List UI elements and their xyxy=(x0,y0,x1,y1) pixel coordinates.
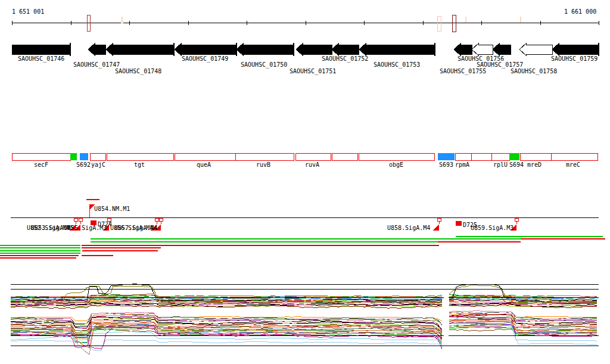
tss-flag-square xyxy=(107,218,111,221)
feature-box[interactable] xyxy=(520,153,551,160)
feature-box[interactable] xyxy=(90,153,105,160)
tss-flag-square xyxy=(515,218,518,221)
tss-flag-square xyxy=(159,218,163,221)
gene-arrow[interactable] xyxy=(519,43,552,55)
feature-box[interactable] xyxy=(70,153,77,160)
tss-flag[interactable] xyxy=(432,224,439,231)
ruler-marker[interactable] xyxy=(437,16,441,31)
tss-flag-square xyxy=(74,218,77,221)
feature-box[interactable] xyxy=(107,153,173,160)
ruler-marker[interactable] xyxy=(121,17,123,24)
feature-box[interactable] xyxy=(332,153,357,160)
ruler-marker[interactable] xyxy=(465,17,466,23)
gene-arrow[interactable] xyxy=(454,43,472,55)
gene-arrow[interactable] xyxy=(175,43,236,55)
gene-arrow[interactable] xyxy=(236,43,294,55)
feature-box[interactable] xyxy=(438,153,455,160)
tss-up-flag[interactable] xyxy=(89,204,95,210)
feature-box[interactable] xyxy=(491,153,509,160)
browser-canvas xyxy=(0,0,610,364)
genome-browser: 1 651 001 1 661 000 SAOUHSC_01746SAOUHSC… xyxy=(0,0,610,364)
ruler-marker[interactable] xyxy=(452,15,456,32)
feature-box[interactable] xyxy=(80,153,88,160)
gene-arrow[interactable] xyxy=(552,43,599,55)
gene-arrow[interactable] xyxy=(493,43,511,55)
feature-box[interactable] xyxy=(455,153,471,160)
tss-flag-square xyxy=(155,218,158,221)
feature-box[interactable] xyxy=(235,153,294,160)
gene-arrow[interactable] xyxy=(88,43,105,55)
feature-box[interactable] xyxy=(471,153,491,160)
feature-box[interactable] xyxy=(509,153,519,160)
gene-arrow[interactable] xyxy=(472,43,493,55)
feature-box[interactable] xyxy=(295,153,331,160)
feature-box[interactable] xyxy=(551,153,597,160)
tss-flag-square xyxy=(79,218,82,221)
tss-flag-square xyxy=(437,218,441,221)
tss-d-box[interactable] xyxy=(456,221,462,226)
feature-box[interactable] xyxy=(175,153,235,160)
gene-arrow[interactable] xyxy=(12,45,70,54)
gene-arrow[interactable] xyxy=(332,43,359,55)
feature-box[interactable] xyxy=(359,153,434,160)
tss-flag[interactable] xyxy=(510,224,516,231)
ruler-marker[interactable] xyxy=(520,17,521,23)
tss-d-box[interactable] xyxy=(91,220,97,225)
tss-flag[interactable] xyxy=(69,224,76,231)
gene-arrow[interactable] xyxy=(106,43,174,55)
feature-box[interactable] xyxy=(12,153,70,160)
coverage-trace[interactable] xyxy=(11,339,442,350)
tss-flag[interactable] xyxy=(102,224,109,231)
gene-arrow[interactable] xyxy=(296,43,332,55)
gene-arrow[interactable] xyxy=(359,43,435,55)
